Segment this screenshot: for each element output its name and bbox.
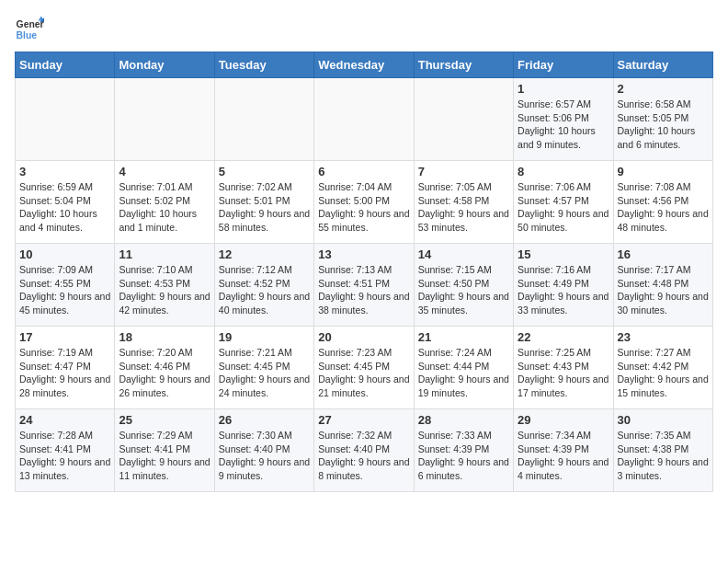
day-header-thursday: Thursday: [414, 52, 513, 78]
day-number: 28: [418, 413, 509, 427]
day-header-monday: Monday: [115, 52, 214, 78]
day-info: Sunrise: 7:25 AM Sunset: 4:43 PM Dayligh…: [518, 346, 609, 400]
calendar-cell: 10Sunrise: 7:09 AM Sunset: 4:55 PM Dayli…: [16, 244, 115, 327]
day-number: 23: [618, 330, 709, 344]
calendar-cell: 6Sunrise: 7:04 AM Sunset: 5:00 PM Daylig…: [314, 161, 414, 244]
day-number: 2: [618, 82, 709, 96]
day-number: 29: [518, 413, 609, 427]
day-info: Sunrise: 7:30 AM Sunset: 4:40 PM Dayligh…: [219, 429, 310, 483]
day-number: 12: [219, 247, 310, 261]
day-number: 11: [119, 247, 210, 261]
day-number: 4: [119, 165, 210, 178]
day-number: 21: [418, 330, 509, 344]
day-header-wednesday: Wednesday: [314, 52, 414, 78]
calendar-cell: 12Sunrise: 7:12 AM Sunset: 4:52 PM Dayli…: [214, 244, 313, 327]
page-header: General Blue: [15, 15, 713, 44]
calendar-cell: 14Sunrise: 7:15 AM Sunset: 4:50 PM Dayli…: [414, 244, 513, 327]
day-info: Sunrise: 7:05 AM Sunset: 4:58 PM Dayligh…: [418, 180, 509, 235]
calendar-cell: 9Sunrise: 7:08 AM Sunset: 4:56 PM Daylig…: [613, 161, 712, 244]
calendar-cell: [115, 78, 214, 161]
day-number: 6: [318, 165, 409, 178]
calendar-cell: 5Sunrise: 7:02 AM Sunset: 5:01 PM Daylig…: [214, 161, 313, 244]
calendar-cell: [314, 78, 414, 161]
day-number: 19: [219, 330, 310, 344]
day-info: Sunrise: 7:33 AM Sunset: 4:39 PM Dayligh…: [418, 429, 509, 483]
calendar-cell: 21Sunrise: 7:24 AM Sunset: 4:44 PM Dayli…: [414, 327, 513, 409]
day-info: Sunrise: 7:06 AM Sunset: 4:57 PM Dayligh…: [518, 180, 609, 235]
day-info: Sunrise: 7:16 AM Sunset: 4:49 PM Dayligh…: [518, 263, 609, 317]
calendar-cell: 3Sunrise: 6:59 AM Sunset: 5:04 PM Daylig…: [16, 161, 115, 244]
day-info: Sunrise: 7:23 AM Sunset: 4:45 PM Dayligh…: [318, 346, 409, 400]
calendar-cell: 20Sunrise: 7:23 AM Sunset: 4:45 PM Dayli…: [314, 327, 414, 409]
day-header-sunday: Sunday: [16, 52, 115, 78]
calendar-cell: 18Sunrise: 7:20 AM Sunset: 4:46 PM Dayli…: [115, 327, 214, 409]
calendar-cell: 24Sunrise: 7:28 AM Sunset: 4:41 PM Dayli…: [16, 409, 115, 492]
day-info: Sunrise: 7:15 AM Sunset: 4:50 PM Dayligh…: [418, 263, 509, 317]
day-info: Sunrise: 7:12 AM Sunset: 4:52 PM Dayligh…: [219, 263, 310, 317]
day-info: Sunrise: 7:21 AM Sunset: 4:45 PM Dayligh…: [219, 346, 310, 400]
week-row-3: 10Sunrise: 7:09 AM Sunset: 4:55 PM Dayli…: [16, 244, 713, 327]
day-info: Sunrise: 7:32 AM Sunset: 4:40 PM Dayligh…: [318, 429, 409, 483]
day-info: Sunrise: 7:29 AM Sunset: 4:41 PM Dayligh…: [119, 429, 210, 483]
calendar-cell: 15Sunrise: 7:16 AM Sunset: 4:49 PM Dayli…: [514, 244, 613, 327]
day-number: 24: [19, 413, 110, 427]
day-info: Sunrise: 6:57 AM Sunset: 5:06 PM Dayligh…: [518, 98, 609, 152]
day-info: Sunrise: 6:58 AM Sunset: 5:05 PM Dayligh…: [618, 98, 709, 152]
day-number: 14: [418, 247, 509, 261]
day-headers-row: SundayMondayTuesdayWednesdayThursdayFrid…: [16, 52, 713, 78]
week-row-1: 1Sunrise: 6:57 AM Sunset: 5:06 PM Daylig…: [16, 78, 713, 161]
day-number: 5: [219, 165, 310, 178]
day-info: Sunrise: 7:24 AM Sunset: 4:44 PM Dayligh…: [418, 346, 509, 400]
day-info: Sunrise: 7:08 AM Sunset: 4:56 PM Dayligh…: [618, 180, 709, 235]
week-row-4: 17Sunrise: 7:19 AM Sunset: 4:47 PM Dayli…: [16, 327, 713, 409]
calendar-cell: 23Sunrise: 7:27 AM Sunset: 4:42 PM Dayli…: [613, 327, 712, 409]
day-info: Sunrise: 7:09 AM Sunset: 4:55 PM Dayligh…: [19, 263, 110, 317]
day-number: 15: [518, 247, 609, 261]
day-info: Sunrise: 7:34 AM Sunset: 4:39 PM Dayligh…: [518, 429, 609, 483]
day-number: 26: [219, 413, 310, 427]
calendar-cell: 25Sunrise: 7:29 AM Sunset: 4:41 PM Dayli…: [115, 409, 214, 492]
logo: General Blue: [15, 15, 44, 44]
day-info: Sunrise: 7:28 AM Sunset: 4:41 PM Dayligh…: [19, 429, 110, 483]
day-number: 27: [318, 413, 409, 427]
day-info: Sunrise: 7:13 AM Sunset: 4:51 PM Dayligh…: [318, 263, 409, 317]
calendar-cell: 22Sunrise: 7:25 AM Sunset: 4:43 PM Dayli…: [514, 327, 613, 409]
day-number: 1: [518, 82, 609, 96]
calendar-cell: 26Sunrise: 7:30 AM Sunset: 4:40 PM Dayli…: [214, 409, 313, 492]
calendar-cell: [414, 78, 513, 161]
calendar-cell: [16, 78, 115, 161]
calendar-cell: 11Sunrise: 7:10 AM Sunset: 4:53 PM Dayli…: [115, 244, 214, 327]
calendar-cell: [214, 78, 313, 161]
day-info: Sunrise: 7:19 AM Sunset: 4:47 PM Dayligh…: [19, 346, 110, 400]
calendar-cell: 1Sunrise: 6:57 AM Sunset: 5:06 PM Daylig…: [514, 78, 613, 161]
calendar-cell: 30Sunrise: 7:35 AM Sunset: 4:38 PM Dayli…: [613, 409, 712, 492]
calendar-cell: 16Sunrise: 7:17 AM Sunset: 4:48 PM Dayli…: [613, 244, 712, 327]
day-number: 10: [19, 247, 110, 261]
calendar-cell: 28Sunrise: 7:33 AM Sunset: 4:39 PM Dayli…: [414, 409, 513, 492]
calendar-cell: 27Sunrise: 7:32 AM Sunset: 4:40 PM Dayli…: [314, 409, 414, 492]
calendar-table: SundayMondayTuesdayWednesdayThursdayFrid…: [15, 52, 713, 492]
calendar-cell: 2Sunrise: 6:58 AM Sunset: 5:05 PM Daylig…: [613, 78, 712, 161]
day-number: 3: [19, 165, 110, 178]
week-row-5: 24Sunrise: 7:28 AM Sunset: 4:41 PM Dayli…: [16, 409, 713, 492]
day-header-friday: Friday: [514, 52, 613, 78]
day-header-saturday: Saturday: [613, 52, 712, 78]
day-info: Sunrise: 7:04 AM Sunset: 5:00 PM Dayligh…: [318, 180, 409, 235]
day-number: 9: [618, 165, 709, 178]
svg-text:General: General: [17, 19, 44, 29]
calendar-cell: 19Sunrise: 7:21 AM Sunset: 4:45 PM Dayli…: [214, 327, 313, 409]
day-number: 8: [518, 165, 609, 178]
day-number: 17: [19, 330, 110, 344]
day-info: Sunrise: 7:27 AM Sunset: 4:42 PM Dayligh…: [618, 346, 709, 400]
calendar-cell: 29Sunrise: 7:34 AM Sunset: 4:39 PM Dayli…: [514, 409, 613, 492]
day-info: Sunrise: 7:10 AM Sunset: 4:53 PM Dayligh…: [119, 263, 210, 317]
day-info: Sunrise: 7:20 AM Sunset: 4:46 PM Dayligh…: [119, 346, 210, 400]
calendar-cell: 17Sunrise: 7:19 AM Sunset: 4:47 PM Dayli…: [16, 327, 115, 409]
week-row-2: 3Sunrise: 6:59 AM Sunset: 5:04 PM Daylig…: [16, 161, 713, 244]
day-number: 18: [119, 330, 210, 344]
day-info: Sunrise: 7:01 AM Sunset: 5:02 PM Dayligh…: [119, 180, 210, 235]
day-number: 22: [518, 330, 609, 344]
day-info: Sunrise: 7:02 AM Sunset: 5:01 PM Dayligh…: [219, 180, 310, 235]
day-info: Sunrise: 7:17 AM Sunset: 4:48 PM Dayligh…: [618, 263, 709, 317]
day-number: 13: [318, 247, 409, 261]
